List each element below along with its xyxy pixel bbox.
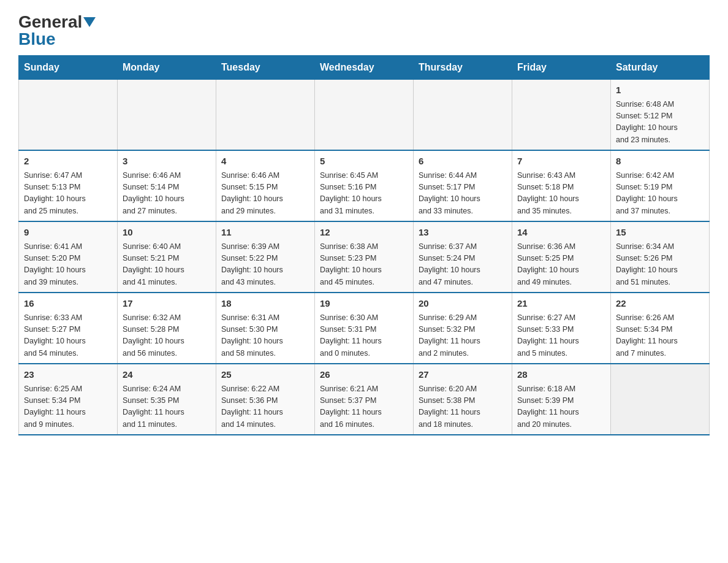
calendar-cell: 9Sunrise: 6:41 AM Sunset: 5:20 PM Daylig…	[19, 221, 118, 293]
day-info: Sunrise: 6:31 AM Sunset: 5:30 PM Dayligh…	[221, 312, 309, 360]
calendar-cell: 16Sunrise: 6:33 AM Sunset: 5:27 PM Dayli…	[19, 293, 118, 364]
calendar-cell: 4Sunrise: 6:46 AM Sunset: 5:15 PM Daylig…	[216, 150, 315, 221]
day-number: 10	[123, 226, 211, 240]
day-info: Sunrise: 6:24 AM Sunset: 5:35 PM Dayligh…	[123, 383, 211, 431]
day-number: 11	[221, 226, 309, 240]
calendar-week-row: 2Sunrise: 6:47 AM Sunset: 5:13 PM Daylig…	[19, 150, 710, 221]
calendar-cell: 22Sunrise: 6:26 AM Sunset: 5:34 PM Dayli…	[611, 293, 710, 364]
day-number: 20	[419, 297, 507, 311]
weekday-header-row: SundayMondayTuesdayWednesdayThursdayFrid…	[19, 56, 710, 80]
day-number: 6	[419, 155, 507, 169]
day-info: Sunrise: 6:33 AM Sunset: 5:27 PM Dayligh…	[24, 312, 112, 360]
day-number: 2	[24, 155, 112, 169]
calendar-cell: 27Sunrise: 6:20 AM Sunset: 5:38 PM Dayli…	[414, 364, 512, 435]
day-number: 4	[221, 155, 309, 169]
day-info: Sunrise: 6:41 AM Sunset: 5:20 PM Dayligh…	[24, 241, 112, 289]
day-number: 17	[123, 297, 211, 311]
calendar-cell	[118, 80, 216, 151]
calendar-cell	[216, 80, 315, 151]
logo-triangle-icon	[83, 17, 96, 27]
day-number: 16	[24, 297, 112, 311]
day-info: Sunrise: 6:34 AM Sunset: 5:26 PM Dayligh…	[616, 241, 704, 289]
calendar-cell	[414, 80, 512, 151]
calendar-cell: 17Sunrise: 6:32 AM Sunset: 5:28 PM Dayli…	[118, 293, 216, 364]
day-info: Sunrise: 6:20 AM Sunset: 5:38 PM Dayligh…	[419, 383, 507, 431]
calendar-week-row: 23Sunrise: 6:25 AM Sunset: 5:34 PM Dayli…	[19, 364, 710, 435]
day-info: Sunrise: 6:29 AM Sunset: 5:32 PM Dayligh…	[419, 312, 507, 360]
calendar-cell: 13Sunrise: 6:37 AM Sunset: 5:24 PM Dayli…	[414, 221, 512, 293]
calendar-cell	[611, 364, 710, 435]
day-info: Sunrise: 6:32 AM Sunset: 5:28 PM Dayligh…	[123, 312, 211, 360]
calendar-table: SundayMondayTuesdayWednesdayThursdayFrid…	[18, 55, 710, 435]
calendar-week-row: 9Sunrise: 6:41 AM Sunset: 5:20 PM Daylig…	[19, 221, 710, 293]
calendar-cell: 2Sunrise: 6:47 AM Sunset: 5:13 PM Daylig…	[19, 150, 118, 221]
day-number: 27	[419, 368, 507, 382]
page-header: General Blue	[18, 12, 710, 49]
weekday-header-monday: Monday	[118, 56, 216, 80]
day-info: Sunrise: 6:18 AM Sunset: 5:39 PM Dayligh…	[517, 383, 605, 431]
day-number: 14	[517, 226, 605, 240]
day-info: Sunrise: 6:36 AM Sunset: 5:25 PM Dayligh…	[517, 241, 605, 289]
weekday-header-tuesday: Tuesday	[216, 56, 315, 80]
day-number: 25	[221, 368, 309, 382]
day-number: 28	[517, 368, 605, 382]
day-number: 21	[517, 297, 605, 311]
calendar-cell: 7Sunrise: 6:43 AM Sunset: 5:18 PM Daylig…	[512, 150, 611, 221]
calendar-cell: 3Sunrise: 6:46 AM Sunset: 5:14 PM Daylig…	[118, 150, 216, 221]
calendar-cell: 5Sunrise: 6:45 AM Sunset: 5:16 PM Daylig…	[315, 150, 414, 221]
day-info: Sunrise: 6:25 AM Sunset: 5:34 PM Dayligh…	[24, 383, 112, 431]
day-number: 3	[123, 155, 211, 169]
day-number: 12	[320, 226, 408, 240]
day-info: Sunrise: 6:44 AM Sunset: 5:17 PM Dayligh…	[419, 170, 507, 218]
calendar-cell: 25Sunrise: 6:22 AM Sunset: 5:36 PM Dayli…	[216, 364, 315, 435]
calendar-cell: 18Sunrise: 6:31 AM Sunset: 5:30 PM Dayli…	[216, 293, 315, 364]
weekday-header-sunday: Sunday	[19, 56, 118, 80]
calendar-cell	[512, 80, 611, 151]
weekday-header-friday: Friday	[512, 56, 611, 80]
day-info: Sunrise: 6:43 AM Sunset: 5:18 PM Dayligh…	[517, 170, 605, 218]
calendar-cell: 10Sunrise: 6:40 AM Sunset: 5:21 PM Dayli…	[118, 221, 216, 293]
calendar-cell: 1Sunrise: 6:48 AM Sunset: 5:12 PM Daylig…	[611, 80, 710, 151]
day-info: Sunrise: 6:21 AM Sunset: 5:37 PM Dayligh…	[320, 383, 408, 431]
calendar-cell: 6Sunrise: 6:44 AM Sunset: 5:17 PM Daylig…	[414, 150, 512, 221]
calendar-cell	[315, 80, 414, 151]
calendar-week-row: 16Sunrise: 6:33 AM Sunset: 5:27 PM Dayli…	[19, 293, 710, 364]
day-number: 13	[419, 226, 507, 240]
day-number: 5	[320, 155, 408, 169]
day-info: Sunrise: 6:39 AM Sunset: 5:22 PM Dayligh…	[221, 241, 309, 289]
day-info: Sunrise: 6:38 AM Sunset: 5:23 PM Dayligh…	[320, 241, 408, 289]
day-info: Sunrise: 6:42 AM Sunset: 5:19 PM Dayligh…	[616, 170, 704, 218]
day-number: 15	[616, 226, 704, 240]
day-number: 7	[517, 155, 605, 169]
day-info: Sunrise: 6:27 AM Sunset: 5:33 PM Dayligh…	[517, 312, 605, 360]
weekday-header-saturday: Saturday	[611, 56, 710, 80]
calendar-cell: 23Sunrise: 6:25 AM Sunset: 5:34 PM Dayli…	[19, 364, 118, 435]
day-number: 24	[123, 368, 211, 382]
calendar-cell: 26Sunrise: 6:21 AM Sunset: 5:37 PM Dayli…	[315, 364, 414, 435]
day-number: 26	[320, 368, 408, 382]
calendar-cell: 8Sunrise: 6:42 AM Sunset: 5:19 PM Daylig…	[611, 150, 710, 221]
calendar-cell	[19, 80, 118, 151]
day-number: 1	[616, 83, 704, 98]
day-number: 23	[24, 368, 112, 382]
calendar-cell: 15Sunrise: 6:34 AM Sunset: 5:26 PM Dayli…	[611, 221, 710, 293]
day-info: Sunrise: 6:37 AM Sunset: 5:24 PM Dayligh…	[419, 241, 507, 289]
logo-blue: Blue	[18, 29, 56, 49]
day-number: 8	[616, 155, 704, 169]
day-number: 22	[616, 297, 704, 311]
day-info: Sunrise: 6:47 AM Sunset: 5:13 PM Dayligh…	[24, 170, 112, 218]
day-number: 19	[320, 297, 408, 311]
calendar-cell: 12Sunrise: 6:38 AM Sunset: 5:23 PM Dayli…	[315, 221, 414, 293]
weekday-header-thursday: Thursday	[414, 56, 512, 80]
calendar-cell: 19Sunrise: 6:30 AM Sunset: 5:31 PM Dayli…	[315, 293, 414, 364]
day-number: 18	[221, 297, 309, 311]
day-info: Sunrise: 6:30 AM Sunset: 5:31 PM Dayligh…	[320, 312, 408, 360]
day-info: Sunrise: 6:40 AM Sunset: 5:21 PM Dayligh…	[123, 241, 211, 289]
calendar-cell: 11Sunrise: 6:39 AM Sunset: 5:22 PM Dayli…	[216, 221, 315, 293]
calendar-week-row: 1Sunrise: 6:48 AM Sunset: 5:12 PM Daylig…	[19, 80, 710, 151]
weekday-header-wednesday: Wednesday	[315, 56, 414, 80]
day-info: Sunrise: 6:46 AM Sunset: 5:15 PM Dayligh…	[221, 170, 309, 218]
calendar-cell: 21Sunrise: 6:27 AM Sunset: 5:33 PM Dayli…	[512, 293, 611, 364]
day-info: Sunrise: 6:45 AM Sunset: 5:16 PM Dayligh…	[320, 170, 408, 218]
day-number: 9	[24, 226, 112, 240]
